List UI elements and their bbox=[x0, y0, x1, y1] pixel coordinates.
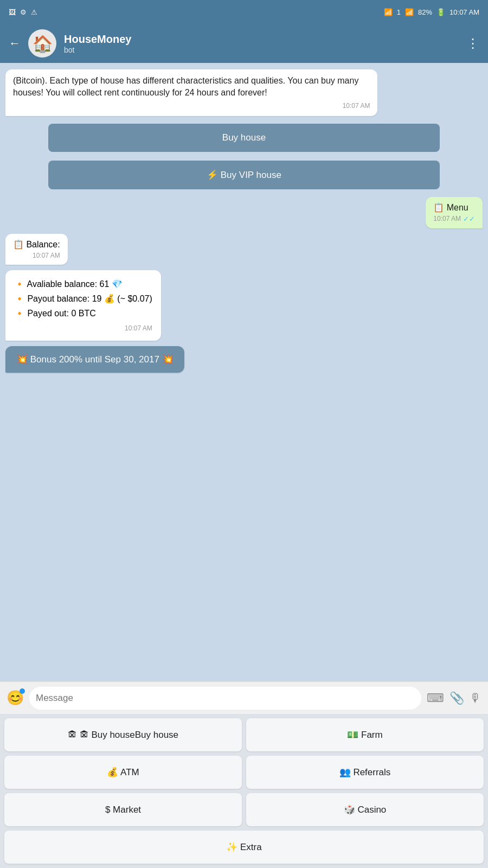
kb-extra-button[interactable]: ✨ Extra bbox=[4, 831, 484, 864]
settings-icon: ⚙ bbox=[20, 8, 27, 16]
header-info: HouseMoney bot bbox=[64, 33, 459, 54]
battery-icon: 🔋 bbox=[436, 8, 445, 16]
bonus-text: 💥 Bonus 200% until Sep 30, 2017 💥 bbox=[16, 354, 174, 365]
keyboard-grid: 🏚 🏚 Buy houseBuy house 💵 Farm 💰 ATM 👥 Re… bbox=[0, 714, 488, 868]
status-right-info: 📶 1 📶 82% 🔋 10:07 AM bbox=[384, 8, 479, 16]
kb-atm-button[interactable]: 💰 ATM bbox=[4, 756, 242, 789]
balance-label-bubble: 📋 Balance: 10:07 AM bbox=[5, 234, 68, 265]
status-left-icons: 🖼 ⚙ ⚠ bbox=[9, 8, 37, 16]
kb-referrals-button[interactable]: 👥 Referrals bbox=[246, 756, 484, 789]
wifi-icon: 📶 bbox=[384, 8, 393, 16]
kb-farm-button[interactable]: 💵 Farm bbox=[246, 718, 484, 751]
gallery-icon: 🖼 bbox=[9, 8, 16, 16]
balance-label-text: 📋 Balance: bbox=[13, 240, 60, 249]
more-button[interactable]: ⋮ bbox=[466, 36, 479, 51]
menu-message-bubble: 📋 Menu 10:07 AM ✓✓ bbox=[426, 197, 483, 228]
balance-detail-time: 10:07 AM bbox=[14, 323, 152, 334]
bot-type: bot bbox=[64, 46, 459, 54]
attach-icon[interactable]: 📎 bbox=[450, 691, 464, 705]
message-input[interactable] bbox=[29, 687, 421, 710]
keyboard-switch-icon[interactable]: ⌨ bbox=[427, 691, 444, 705]
kb-buy-house-button[interactable]: 🏚 🏚 Buy houseBuy house bbox=[4, 718, 242, 751]
bot-buttons-container: Buy house ⚡ Buy VIP house bbox=[48, 122, 440, 192]
emoji-notification-dot bbox=[20, 688, 25, 694]
battery-level: 82% bbox=[418, 8, 432, 16]
mic-icon[interactable]: 🎙 bbox=[470, 691, 481, 705]
kb-market-button[interactable]: $ Market bbox=[4, 793, 242, 826]
double-check-icon: ✓✓ bbox=[463, 215, 475, 223]
menu-message-time: 10:07 AM ✓✓ bbox=[433, 215, 475, 223]
back-button[interactable]: ← bbox=[9, 36, 21, 50]
balance-detail-bubble: 🔸 Avaliable balance: 61 💎 🔸 Payout balan… bbox=[5, 270, 161, 341]
intro-message-bubble: (Bitcoin). Each type of house has differ… bbox=[5, 69, 377, 116]
available-balance: 🔸 Avaliable balance: 61 💎 bbox=[14, 277, 152, 291]
clock: 10:07 AM bbox=[450, 8, 479, 16]
signal-bars: 📶 bbox=[405, 8, 414, 16]
intro-message-time: 10:07 AM bbox=[13, 101, 370, 111]
warning-icon: ⚠ bbox=[31, 8, 37, 16]
intro-message-text: (Bitcoin). Each type of house has differ… bbox=[13, 76, 358, 97]
emoji-button[interactable]: 😊 bbox=[7, 690, 24, 706]
menu-message-text: 📋 Menu bbox=[433, 203, 468, 212]
chat-header: ← 🏠 HouseMoney bot ⋮ bbox=[0, 24, 488, 63]
signal-1: 1 bbox=[397, 8, 401, 16]
input-bar: 😊 ⌨ 📎 🎙 bbox=[0, 681, 488, 714]
buy-house-chat-button[interactable]: Buy house bbox=[48, 124, 440, 152]
bot-name: HouseMoney bbox=[64, 33, 459, 46]
chat-area: (Bitcoin). Each type of house has differ… bbox=[0, 63, 488, 681]
bonus-bubble: 💥 Bonus 200% until Sep 30, 2017 💥 bbox=[5, 346, 184, 373]
bot-avatar: 🏠 bbox=[28, 29, 56, 58]
kb-casino-button[interactable]: 🎲 Casino bbox=[246, 793, 484, 826]
buy-vip-house-chat-button[interactable]: ⚡ Buy VIP house bbox=[48, 161, 440, 189]
balance-label-time: 10:07 AM bbox=[13, 252, 60, 259]
payed-out: 🔸 Payed out: 0 BTC bbox=[14, 306, 152, 321]
status-bar: 🖼 ⚙ ⚠ 📶 1 📶 82% 🔋 10:07 AM bbox=[0, 0, 488, 24]
payout-balance: 🔸 Payout balance: 19 💰 (~ $0.07) bbox=[14, 291, 152, 306]
